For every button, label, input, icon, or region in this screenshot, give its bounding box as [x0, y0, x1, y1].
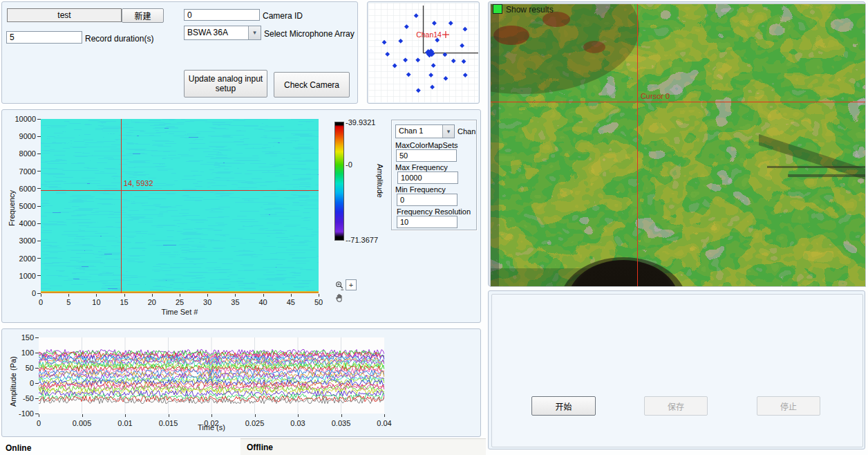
channel-label: Chan [457, 127, 475, 136]
svg-text:Chan14: Chan14 [416, 30, 442, 39]
run-control-panel: 开始 保存 停止 [488, 290, 865, 449]
start-button[interactable]: 开始 [531, 396, 596, 416]
amplitude-colorbar [334, 122, 344, 241]
stop-button[interactable]: 停止 [757, 396, 820, 416]
acoustic-camera-app: test 新建 Record duration(s) Camera ID BSW… [0, 0, 868, 455]
spectrogram-x-label: Time Set # [152, 308, 207, 316]
record-duration-input[interactable] [6, 31, 82, 44]
min-frequency-label: Min Frequency [395, 185, 446, 194]
pan-tool-button[interactable] [334, 292, 345, 304]
mic-array-label: Select Microphone Array [264, 29, 355, 39]
record-duration-label: Record duration(s) [85, 34, 153, 44]
session-name-field[interactable]: test [7, 8, 122, 22]
check-camera-button[interactable]: Check Camera [274, 72, 350, 98]
colorbar-min-label: --71.3677 [346, 236, 378, 244]
camera-id-input[interactable] [184, 9, 260, 21]
colorbar-title: Amplitude [376, 164, 384, 198]
setup-panel: test 新建 Record duration(s) Camera ID BSW… [1, 1, 358, 104]
status-offline: Offline [247, 443, 273, 452]
colorbar-max-label: -39.9321 [346, 118, 375, 127]
chevron-down-icon[interactable]: ▾ [248, 26, 261, 39]
chevron-down-icon[interactable]: ▾ [442, 125, 454, 138]
mic-array-panel: Chan14 [367, 1, 480, 104]
cursor-tool-button[interactable]: + [346, 279, 357, 290]
new-session-button[interactable]: 新建 [122, 8, 164, 23]
channel-select-value: Chan 1 [396, 125, 442, 138]
zoom-tool-button[interactable] [334, 280, 345, 291]
run-control-inner-frame [491, 294, 863, 447]
max-colormap-label: MaxColorMapSets [395, 141, 457, 149]
acoustic-colormap [491, 4, 865, 286]
camera-cursor-vline[interactable] [637, 4, 638, 286]
camera-panel: Cursor 0 Show results [488, 1, 865, 286]
mic-array-value: BSWA 36A [185, 26, 248, 39]
show-results-checkbox[interactable] [493, 4, 502, 14]
max-colormap-input[interactable] [396, 149, 457, 162]
mic-array-select[interactable]: BSWA 36A ▾ [184, 26, 261, 40]
status-online: Online [6, 443, 31, 453]
magnifier-icon [334, 280, 345, 291]
camera-id-label: Camera ID [263, 11, 303, 21]
max-frequency-input[interactable] [397, 171, 458, 184]
show-results-label: Show results [506, 5, 554, 15]
max-frequency-label: Max Frequency [395, 163, 448, 171]
frequency-resolution-label: Frequency Resolution [397, 207, 471, 216]
update-analog-input-button[interactable]: Update analog input setup [184, 70, 267, 98]
mic-array-plot[interactable]: Chan14 [368, 3, 478, 102]
min-frequency-input[interactable] [397, 194, 457, 206]
waveform-panel: Amplitude (Pa) Time (s) -100-50050100150… [1, 328, 481, 437]
save-button[interactable]: 保存 [644, 396, 708, 416]
spectrogram-panel: Frequency Time Set # [1, 109, 481, 323]
spectrogram-plot[interactable] [41, 119, 319, 293]
analysis-controls-box: Chan 1 ▾ Chan MaxColorMapSets Max Freque… [391, 120, 477, 230]
waveform-plot[interactable] [39, 337, 384, 414]
hand-icon [334, 292, 345, 304]
camera-cursor-label: Cursor 0 [641, 92, 670, 100]
acoustic-image[interactable]: Cursor 0 [490, 3, 866, 287]
channel-select[interactable]: Chan 1 ▾ [395, 124, 455, 138]
camera-cursor-hline[interactable] [491, 102, 865, 102]
colorbar-zero-label: -0 [346, 160, 352, 169]
frequency-resolution-input[interactable] [397, 216, 457, 228]
status-offline-bar: Offline [240, 438, 486, 455]
